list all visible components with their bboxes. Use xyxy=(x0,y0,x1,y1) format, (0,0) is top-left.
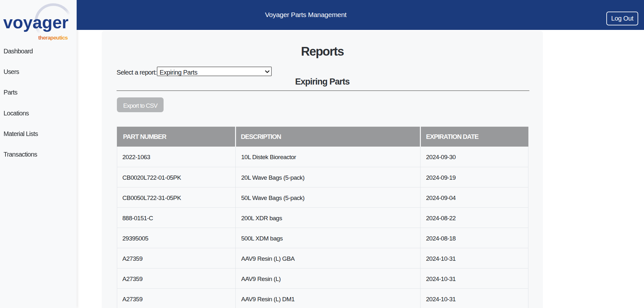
svg-text:therapeutics: therapeutics xyxy=(38,35,68,41)
svg-text:voyager: voyager xyxy=(3,13,69,32)
